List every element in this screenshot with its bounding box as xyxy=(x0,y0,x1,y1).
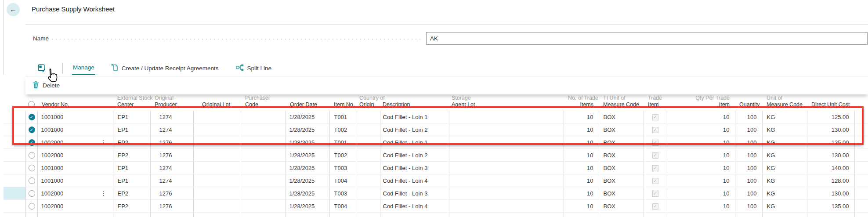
cell-direct_unit_cost[interactable]: 140.00 xyxy=(807,162,854,174)
cell-original_producer[interactable]: 1274 xyxy=(150,111,193,123)
cell-trade_item[interactable]: ✓ xyxy=(644,174,667,187)
cell-storage_agent_lot[interactable] xyxy=(449,187,564,200)
cell-storage_agent_lot[interactable] xyxy=(449,123,564,136)
cell-trade_item[interactable]: ✓ xyxy=(644,187,667,200)
cell-ti_unit_of_measure_code[interactable]: BOX xyxy=(599,162,644,174)
cell-qty_per_trade_item[interactable]: 10 xyxy=(667,174,735,187)
cell-qty_per_trade_item[interactable]: 10 xyxy=(667,123,735,136)
cell-unit_of_measure_code[interactable]: KG xyxy=(762,174,807,187)
cell-external_stock_center[interactable]: EP2 xyxy=(113,136,150,149)
trade-item-checkbox[interactable]: ✓ xyxy=(652,114,658,120)
cell-country_of_origin[interactable] xyxy=(357,162,380,174)
row-select-circle[interactable] xyxy=(29,177,35,184)
row-select-circle[interactable] xyxy=(29,165,35,171)
cell-vendor_no[interactable]: 1002000 xyxy=(37,149,113,162)
cell-order_date[interactable]: 1/28/2025 xyxy=(286,162,329,174)
cell-original_lot[interactable] xyxy=(193,123,241,136)
cell-purchaser_code[interactable] xyxy=(241,187,286,200)
cell-ti_unit_of_measure_code[interactable]: BOX xyxy=(599,149,644,162)
cell-qty_per_trade_item[interactable]: 10 xyxy=(667,149,735,162)
create-update-receipt-agreements-button[interactable]: Create / Update Receipt Agreements xyxy=(111,64,219,72)
cell-vendor_no[interactable]: 1002000⋮ xyxy=(37,136,113,149)
cell-external_stock_center[interactable]: EP2 xyxy=(113,200,150,213)
back-button[interactable]: ← xyxy=(7,3,20,16)
cell-country_of_origin[interactable] xyxy=(357,174,380,187)
cell-original_producer[interactable]: 1276 xyxy=(150,149,193,162)
cell-ti_unit_of_measure_code[interactable]: BOX xyxy=(599,174,644,187)
cell-order_date[interactable]: 1/28/2025 xyxy=(286,200,329,213)
cell-purchaser_code[interactable] xyxy=(241,123,286,136)
cell-original_producer[interactable]: 1276 xyxy=(150,187,193,200)
cell-purchaser_code[interactable] xyxy=(241,149,286,162)
cell-qty_per_trade_item[interactable]: 10 xyxy=(667,162,735,174)
cell-original_lot[interactable] xyxy=(193,111,241,123)
cell-ti_unit_of_measure_code[interactable]: BOX xyxy=(599,111,644,123)
cell-direct_unit_cost[interactable]: 125.00 xyxy=(807,111,854,123)
cell-description[interactable]: Cod Fillet - Loin 4 xyxy=(380,174,449,187)
cell-unit_of_measure_code[interactable]: KG xyxy=(762,187,807,200)
cell-no_of_trade_items[interactable]: 10 xyxy=(564,111,599,123)
cell-no_of_trade_items[interactable]: 10 xyxy=(564,123,599,136)
cell-vendor_no[interactable]: 1001000 xyxy=(37,123,113,136)
trade-item-checkbox[interactable]: ✓ xyxy=(652,203,658,210)
cell-country_of_origin[interactable] xyxy=(357,149,380,162)
trade-item-checkbox[interactable]: ✓ xyxy=(652,140,658,146)
cell-original_lot[interactable] xyxy=(193,162,241,174)
cell-unit_of_measure_code[interactable]: KG xyxy=(762,162,807,174)
cell-purchaser_code[interactable] xyxy=(241,111,286,123)
cell-direct_unit_cost[interactable]: 135.00 xyxy=(807,200,854,213)
row-selected-circle[interactable]: ✓ xyxy=(29,114,35,120)
cell-qty_per_trade_item[interactable]: 10 xyxy=(667,200,735,213)
cell-direct_unit_cost[interactable]: 130.00 xyxy=(807,149,854,162)
cell-storage_agent_lot[interactable] xyxy=(449,111,564,123)
cell-order_date[interactable]: 1/28/2025 xyxy=(286,136,329,149)
row-select-cell[interactable]: ✓ xyxy=(25,111,37,123)
cell-item_no[interactable]: T002 xyxy=(329,149,357,162)
cell-original_producer[interactable]: 1276 xyxy=(150,200,193,213)
row-select-cell[interactable] xyxy=(25,174,37,187)
cell-order_date[interactable]: 1/28/2025 xyxy=(286,111,329,123)
cell-external_stock_center[interactable]: EP1 xyxy=(113,162,150,174)
cell-original_producer[interactable]: 1274 xyxy=(150,174,193,187)
row-selected-circle[interactable]: ✓ xyxy=(29,139,35,146)
cell-no_of_trade_items[interactable]: 10 xyxy=(564,174,599,187)
cell-vendor_no[interactable]: 1002000⋮ xyxy=(37,187,113,200)
cell-item_no[interactable]: T004 xyxy=(329,174,357,187)
cell-original_lot[interactable] xyxy=(193,174,241,187)
trade-item-checkbox[interactable]: ✓ xyxy=(652,178,658,184)
more-options-button[interactable]: ⋮ xyxy=(101,190,107,197)
cell-purchaser_code[interactable] xyxy=(241,200,286,213)
cell-country_of_origin[interactable] xyxy=(357,111,380,123)
row-select-cell[interactable] xyxy=(25,200,37,213)
name-input[interactable] xyxy=(426,32,868,45)
cell-storage_agent_lot[interactable] xyxy=(449,136,564,149)
cell-external_stock_center[interactable]: EP1 xyxy=(113,111,150,123)
cell-quantity[interactable]: 100 xyxy=(735,200,762,213)
cell-quantity[interactable]: 100 xyxy=(735,136,762,149)
cell-purchaser_code[interactable] xyxy=(241,174,286,187)
cell-item_no[interactable]: T001 xyxy=(329,136,357,149)
cell-description[interactable]: Cod Fillet - Loin 2 xyxy=(380,149,449,162)
cell-ti_unit_of_measure_code[interactable]: BOX xyxy=(599,136,644,149)
manage-menu-button[interactable]: Manage xyxy=(73,64,94,72)
cell-quantity[interactable]: 100 xyxy=(735,111,762,123)
cell-unit_of_measure_code[interactable]: KG xyxy=(762,136,807,149)
row-select-circle[interactable] xyxy=(29,152,35,159)
cell-external_stock_center[interactable]: EP2 xyxy=(113,187,150,200)
row-select-cell[interactable]: ✓ xyxy=(25,136,37,149)
cell-original_producer[interactable]: 1276 xyxy=(150,136,193,149)
cell-no_of_trade_items[interactable]: 10 xyxy=(564,162,599,174)
cell-unit_of_measure_code[interactable]: KG xyxy=(762,111,807,123)
cell-external_stock_center[interactable]: EP2 xyxy=(113,149,150,162)
view-options-button[interactable] xyxy=(38,64,46,72)
cell-external_stock_center[interactable]: EP1 xyxy=(113,123,150,136)
cell-country_of_origin[interactable] xyxy=(357,187,380,200)
cell-original_lot[interactable] xyxy=(193,136,241,149)
cell-purchaser_code[interactable] xyxy=(241,136,286,149)
cell-trade_item[interactable]: ✓ xyxy=(644,200,667,213)
cell-external_stock_center[interactable]: EP1 xyxy=(113,174,150,187)
cell-item_no[interactable]: T001 xyxy=(329,111,357,123)
select-all-circle[interactable] xyxy=(28,101,35,108)
more-options-button[interactable]: ⋮ xyxy=(101,139,107,146)
cell-trade_item[interactable]: ✓ xyxy=(644,136,667,149)
